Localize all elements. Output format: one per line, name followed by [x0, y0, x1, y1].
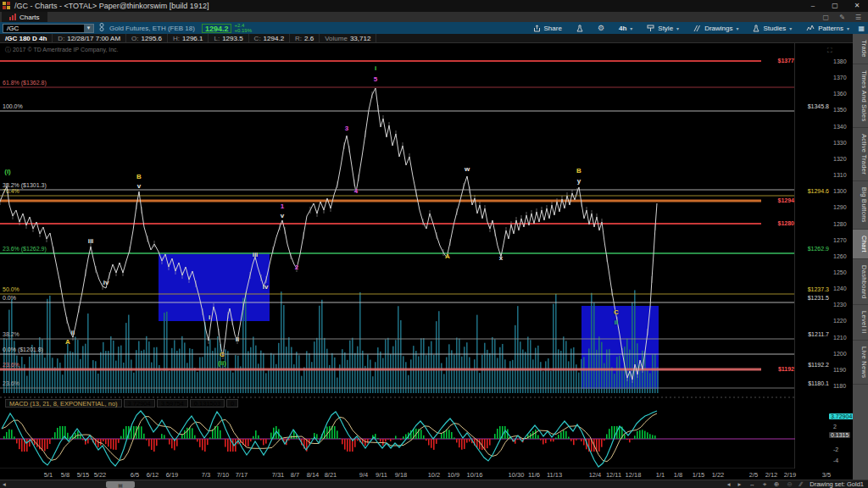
volume-bar	[133, 373, 135, 393]
macd-header[interactable]: MACD (13, 21, 8, EXPONENTIAL, no) 3.7290…	[5, 399, 240, 408]
volume-bar	[553, 304, 554, 393]
detach-icon[interactable]: ▢	[823, 14, 830, 21]
close-button[interactable]: ✕	[846, 0, 868, 12]
date-tick: 2/5	[749, 471, 758, 479]
tab-charts[interactable]: Charts	[2, 12, 47, 22]
macd-hist-bar-up	[316, 434, 318, 439]
macd-hist-bar-up	[189, 428, 191, 440]
sidebar-tab-dashboard[interactable]: Dashboard	[853, 259, 868, 305]
volume-bar	[113, 341, 114, 393]
volume-bar	[26, 376, 28, 393]
symbol-input[interactable]: /GC ▼	[3, 24, 94, 33]
symbol-dropdown-caret[interactable]: ▼	[84, 25, 93, 32]
fib-level-label: 23.6% ($1262.9)	[3, 246, 47, 252]
step-left-icon[interactable]: ◂	[727, 480, 731, 488]
sidebar-tab-active-trader[interactable]: Active Trader	[853, 128, 868, 181]
sidebar-menu-icon[interactable]: ▦	[858, 25, 865, 32]
price-alert-tag[interactable]: $1280	[761, 220, 794, 226]
price-alert-tag[interactable]: $1192	[761, 366, 794, 372]
volume-bar	[105, 351, 107, 393]
volume-bar	[100, 352, 102, 393]
volume-bar	[283, 305, 285, 393]
patterns-icon	[806, 25, 815, 32]
drawings-button[interactable]: Drawings▾	[693, 25, 738, 32]
volume-bar	[151, 363, 153, 393]
minimize-button[interactable]: –	[802, 0, 824, 12]
volume-bar	[507, 370, 509, 393]
macd-hist-bar-up	[644, 431, 646, 439]
zoom-in-icon[interactable]: ⊕	[774, 480, 779, 488]
ondemand-button[interactable]	[576, 25, 583, 32]
date-tick: 5/15	[77, 471, 90, 479]
interval-button[interactable]: 4h▾	[619, 25, 632, 32]
wave-label: 2	[290, 263, 303, 271]
volume-bar	[652, 355, 654, 393]
volume-bar	[337, 378, 338, 393]
step-right-icon[interactable]: ▸	[738, 480, 742, 488]
patterns-button[interactable]: Patterns▾	[806, 25, 849, 32]
macd-hist-bar-down	[487, 439, 488, 448]
macd-hist-bar-down	[604, 439, 605, 441]
maximize-button[interactable]: ▢	[824, 0, 846, 12]
sidebar-tab-chart[interactable]: Chart	[853, 230, 868, 259]
macd-hist-bar-down	[553, 439, 554, 441]
cell-maximize-icon[interactable]: ⛶	[827, 47, 832, 55]
drawing-tools-icon[interactable]: ∕∕	[800, 480, 803, 488]
fib-level-label: 38.2%	[3, 331, 19, 337]
sidebar-tab-trade[interactable]: Trade	[853, 34, 868, 64]
studies-button[interactable]: Studies▾	[753, 25, 792, 32]
macd-hist-bar-up	[448, 430, 450, 439]
volume-bar	[387, 338, 389, 393]
sidebar-tab-big-buttons[interactable]: Big Buttons	[853, 181, 868, 230]
settings-button[interactable]: ⚙	[598, 24, 604, 32]
pin-icon[interactable]: ✎	[839, 14, 845, 21]
link-color-icon[interactable]	[99, 23, 104, 33]
price-level-value: $1180.1	[797, 380, 829, 386]
volume-bar	[212, 351, 214, 393]
volume-bar	[260, 351, 262, 393]
macd-hist-bar-up	[609, 429, 610, 439]
volume-bar	[530, 340, 531, 393]
sidebar-tab-live-news[interactable]: Live News	[853, 341, 868, 385]
volume-bar	[563, 336, 565, 393]
macd-hist-bar-down	[344, 439, 346, 450]
date-tick: 10/9	[448, 471, 460, 479]
volume-bar	[578, 373, 580, 393]
macd-hist-bar-down	[357, 439, 359, 441]
flask-icon	[576, 25, 583, 32]
volume-bar	[611, 367, 613, 393]
price-alert-tag[interactable]: $1294	[761, 197, 794, 203]
scroll-left-arrow[interactable]: ◂	[0, 480, 6, 488]
price-alert-tag[interactable]: $1377	[761, 58, 794, 64]
macd-hist-bar-down	[156, 439, 158, 446]
volume-bar	[479, 373, 481, 393]
volume-bar	[431, 341, 432, 393]
macd-hist-bar-down	[47, 439, 48, 449]
macd-hist-bar-up	[497, 429, 498, 439]
volume-bar	[72, 352, 74, 393]
volume-bar	[593, 302, 595, 393]
volume-bar	[596, 350, 598, 393]
macd-hist-bar-down	[598, 439, 600, 452]
fib-level-label: 23.6%	[3, 380, 19, 386]
crosshair-icon[interactable]: ⌖	[763, 480, 766, 488]
wave-label: C	[215, 351, 229, 358]
volume-bar	[70, 351, 71, 393]
macd-hist-bar-up	[568, 436, 570, 439]
menu-icon[interactable]: ☰	[855, 14, 861, 21]
fit-width-icon[interactable]: ↔	[748, 480, 755, 488]
volume-bar	[459, 339, 460, 393]
share-button[interactable]: Share	[533, 25, 562, 32]
hscroll-thumb[interactable]: ▤	[106, 481, 135, 488]
macd-hist-bar-up	[652, 435, 654, 439]
macd-hist-bar-up	[537, 435, 539, 439]
zoom-out-icon[interactable]: ⊖	[787, 480, 792, 488]
price-level-value: $1237.3	[797, 286, 829, 292]
macd-hist-bar-up	[143, 434, 145, 439]
volume-bar	[59, 363, 61, 393]
sidebar-tab-times-and-sales[interactable]: Times And Sales	[853, 64, 868, 129]
macd-hist-bar-up	[217, 426, 219, 439]
style-button[interactable]: Style▾	[647, 25, 679, 32]
thinkorswim-window: /GC - Charts - <TOTAL> Paper@thinkorswim…	[0, 0, 868, 488]
sidebar-tab-level-ii[interactable]: Level II	[853, 305, 868, 341]
